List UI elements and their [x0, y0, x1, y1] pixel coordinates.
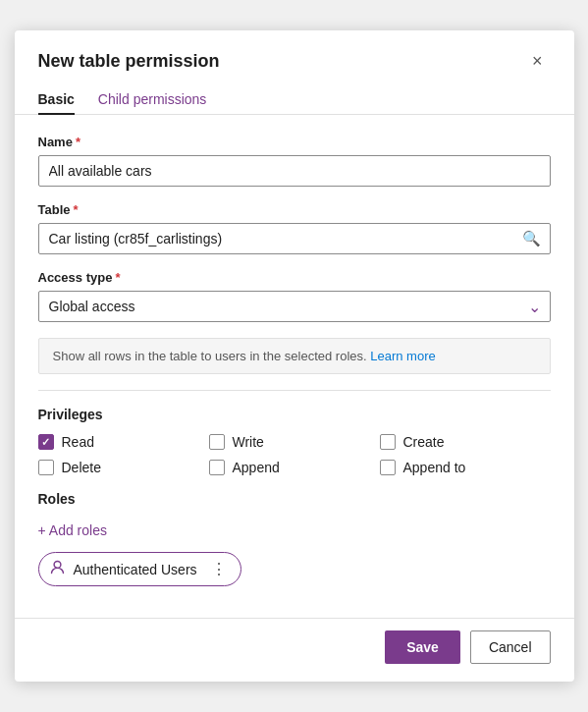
- append-to-label: Append to: [403, 460, 466, 475]
- access-type-info-box: Show all rows in the table to users in t…: [38, 338, 551, 374]
- name-label: Name *: [38, 135, 551, 149]
- dialog-body: Name * Table * 🔍 Access type * Glob: [15, 115, 574, 618]
- privilege-write: Write: [209, 434, 380, 450]
- tab-basic[interactable]: Basic: [38, 85, 75, 115]
- dialog-header: New table permission ×: [15, 30, 574, 74]
- write-checkbox[interactable]: [209, 434, 225, 450]
- name-required-marker: *: [76, 135, 80, 149]
- dialog-footer: Save Cancel: [15, 618, 574, 682]
- role-tags: Authenticated Users ⋮: [38, 552, 551, 586]
- read-checkbox[interactable]: [38, 434, 54, 450]
- tab-bar: Basic Child permissions: [15, 74, 574, 115]
- add-roles-button[interactable]: + Add roles: [38, 519, 107, 542]
- append-to-checkbox[interactable]: [380, 460, 396, 475]
- append-checkbox[interactable]: [209, 460, 225, 475]
- name-field-group: Name *: [38, 135, 551, 187]
- role-tag-label: Authenticated Users: [74, 562, 197, 577]
- table-search-icon: 🔍: [522, 230, 541, 247]
- access-type-label: Access type *: [38, 270, 551, 285]
- privileges-label: Privileges: [38, 407, 551, 422]
- tab-child-permissions[interactable]: Child permissions: [98, 85, 206, 115]
- access-type-field-group: Access type * Global access Self Account…: [38, 270, 551, 322]
- append-label: Append: [233, 460, 280, 475]
- access-type-required-marker: *: [115, 270, 120, 285]
- roles-label: Roles: [38, 491, 551, 507]
- create-label: Create: [403, 434, 445, 450]
- delete-label: Delete: [62, 460, 101, 475]
- privilege-create: Create: [380, 434, 551, 450]
- privilege-append: Append: [209, 460, 380, 475]
- table-search-wrapper: 🔍: [38, 223, 551, 254]
- delete-checkbox[interactable]: [38, 460, 54, 475]
- privilege-delete: Delete: [38, 460, 209, 475]
- read-label: Read: [62, 434, 94, 450]
- table-label: Table *: [38, 202, 551, 217]
- table-required-marker: *: [74, 202, 79, 217]
- divider: [38, 390, 551, 391]
- privilege-read: Read: [38, 434, 209, 450]
- role-tag-authenticated-users: Authenticated Users ⋮: [38, 552, 241, 586]
- name-input[interactable]: [38, 155, 551, 187]
- cancel-button[interactable]: Cancel: [470, 630, 551, 664]
- new-table-permission-dialog: New table permission × Basic Child permi…: [15, 30, 574, 682]
- privileges-grid: Read Write Create Delete Append Append t…: [38, 434, 551, 475]
- user-icon: [49, 559, 66, 579]
- access-type-select-wrapper: Global access Self Account Parent/Child …: [38, 291, 551, 322]
- dialog-title: New table permission: [38, 51, 220, 72]
- learn-more-link[interactable]: Learn more: [370, 349, 435, 363]
- roles-section: Roles + Add roles Authenticated Users ⋮: [38, 491, 551, 586]
- close-button[interactable]: ×: [524, 48, 551, 74]
- role-menu-button[interactable]: ⋮: [205, 560, 227, 578]
- access-type-select[interactable]: Global access Self Account Parent/Child: [38, 291, 551, 322]
- svg-point-0: [54, 562, 61, 569]
- table-input[interactable]: [38, 223, 551, 254]
- privilege-append-to: Append to: [380, 460, 551, 475]
- create-checkbox[interactable]: [380, 434, 396, 450]
- write-label: Write: [233, 434, 264, 450]
- table-field-group: Table * 🔍: [38, 202, 551, 254]
- save-button[interactable]: Save: [385, 630, 460, 664]
